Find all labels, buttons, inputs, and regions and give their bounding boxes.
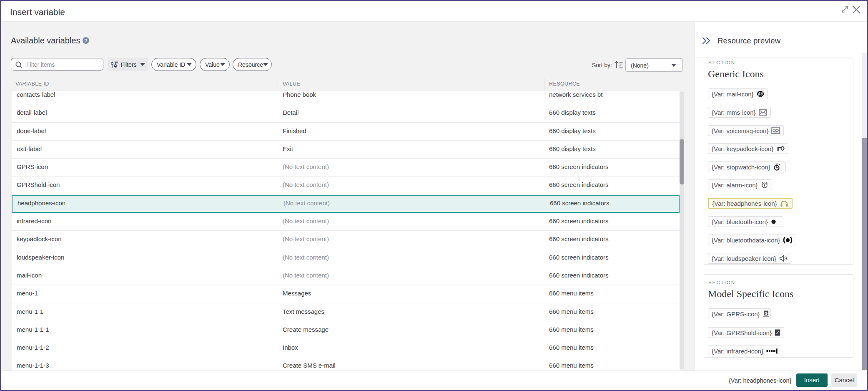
svg-text:G: G	[764, 311, 767, 315]
svg-text:@: @	[758, 91, 763, 97]
